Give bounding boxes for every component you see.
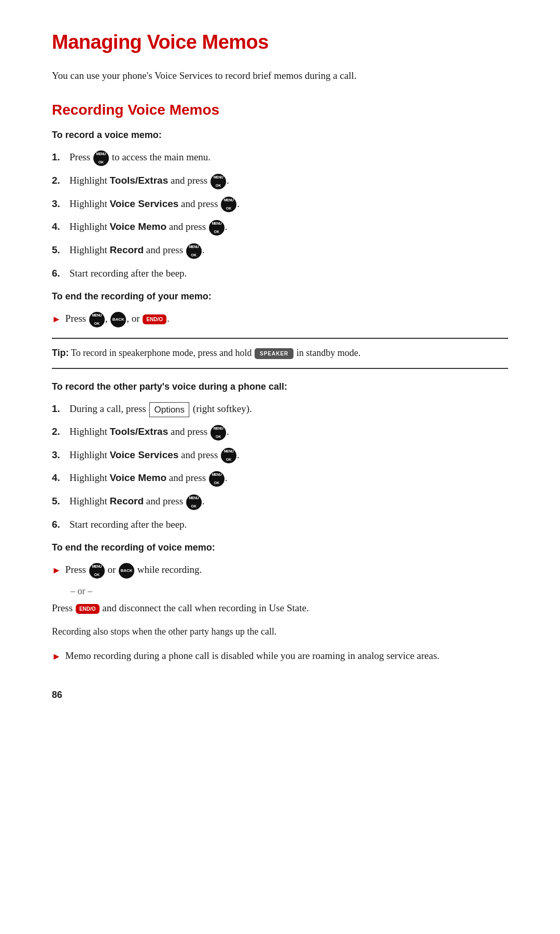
end-icon-2: END/O [76, 604, 100, 614]
step-s2-6: 6. Start recording after the beep. [52, 517, 508, 532]
step-3: 3. Highlight Voice Services and press ME… [52, 197, 508, 213]
speaker-icon: SPEAKER [255, 348, 293, 360]
sub-heading-record: To record a voice memo: [52, 130, 508, 141]
steps-list-2: 1. During a call, press Options (right s… [52, 402, 508, 532]
menu-ok-icon-end1: MENUOK [89, 312, 105, 327]
menu-ok-icon-5: MENUOK [186, 243, 202, 259]
step-s2-2: 2. Highlight Tools/Extras and press MENU… [52, 424, 508, 441]
sub-heading-end-record: To end the recording of your memo: [52, 291, 508, 302]
menu-ok-icon-s2-2: MENUOK [211, 425, 226, 441]
step-s2-5: 5. Highlight Record and press MENUOK. [52, 494, 508, 510]
intro-text: You can use your phone's Voice Services … [52, 68, 508, 83]
sub-heading-end-voice-memo: To end the recording of voice memo: [52, 542, 508, 553]
arrow-icon-1: ► [52, 312, 61, 326]
arrow-icon-2: ► [52, 564, 61, 578]
arrow-icon-3: ► [52, 650, 61, 664]
step-1: 1. Press MENUOK to access the main menu. [52, 150, 508, 166]
step-2: 2. Highlight Tools/Extras and press MENU… [52, 173, 508, 189]
tip-text: To record in speakerphone mode, press an… [69, 348, 254, 358]
tip-label: Tip: [52, 348, 69, 358]
menu-ok-icon-1: MENUOK [93, 150, 109, 166]
page-title: Managing Voice Memos [52, 31, 508, 53]
options-button-icon: Options [149, 402, 189, 418]
menu-ok-icon-4: MENUOK [209, 220, 225, 236]
memo-bullet: ► Memo recording during a phone call is … [52, 649, 508, 664]
back-icon-2: BACK [119, 563, 134, 579]
menu-ok-icon-s2-5: MENUOK [186, 495, 202, 510]
tip-box: Tip: To record in speakerphone mode, pre… [52, 338, 508, 369]
sub-heading-other-party: To record the other party's voice during… [52, 381, 508, 392]
end-icon-1: END/O [143, 314, 166, 324]
step-s2-3: 3. Highlight Voice Services and press ME… [52, 448, 508, 464]
menu-ok-icon-s2-4: MENUOK [209, 471, 225, 487]
section-title: Recording Voice Memos [52, 102, 508, 118]
end-step-bullet: ► Press MENUOK, BACK, or END/O. [52, 311, 508, 327]
menu-ok-icon-3: MENUOK [221, 197, 236, 212]
or-line: – or – [71, 586, 508, 597]
step-6: 6. Start recording after the beep. [52, 266, 508, 281]
menu-ok-icon-s2-3: MENUOK [221, 448, 236, 463]
step-5: 5. Highlight Record and press MENUOK. [52, 243, 508, 259]
steps-list-1: 1. Press MENUOK to access the main menu.… [52, 150, 508, 281]
tip-text-after: in standby mode. [294, 348, 360, 358]
end-voice-bullet-1: ► Press MENUOK or BACK while recording. [52, 562, 508, 579]
step-s2-1: 1. During a call, press Options (right s… [52, 402, 508, 417]
step-4: 4. Highlight Voice Memo and press MENUOK… [52, 219, 508, 236]
menu-ok-icon-2: MENUOK [211, 174, 226, 189]
back-icon-1: BACK [110, 312, 126, 327]
end-bullet-2-text: Press END/O and disconnect the call when… [52, 601, 508, 616]
step-s2-4: 4. Highlight Voice Memo and press MENUOK… [52, 471, 508, 487]
menu-ok-icon-end2: MENUOK [89, 563, 105, 579]
note-text: Recording also stops when the other part… [52, 625, 508, 639]
page-number: 86 [52, 690, 508, 700]
